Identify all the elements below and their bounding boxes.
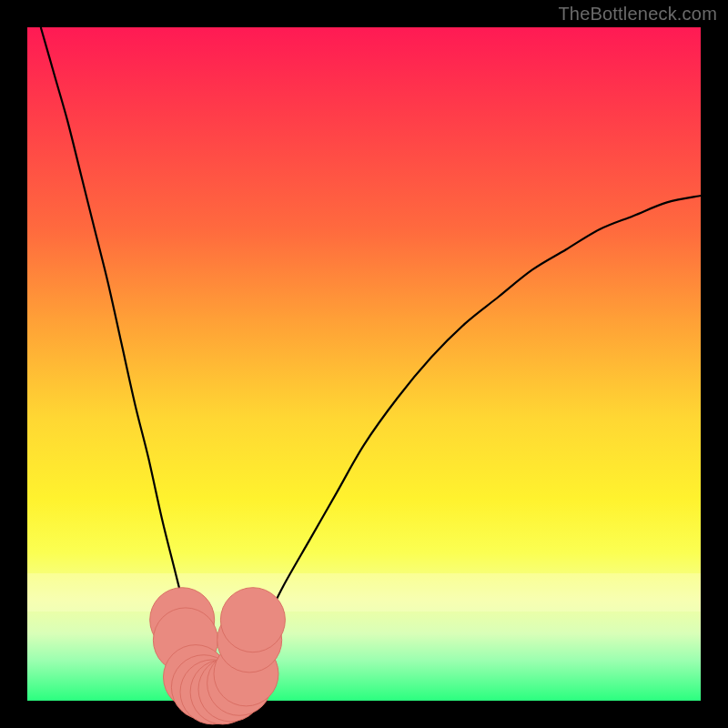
valley-marker bbox=[220, 588, 285, 652]
watermark-text: TheBottleneck.com bbox=[558, 4, 717, 25]
chart-canvas: TheBottleneck.com bbox=[0, 0, 728, 728]
valley-markers bbox=[150, 588, 286, 724]
curve-right bbox=[216, 196, 701, 694]
chart-overlay bbox=[27, 27, 701, 701]
